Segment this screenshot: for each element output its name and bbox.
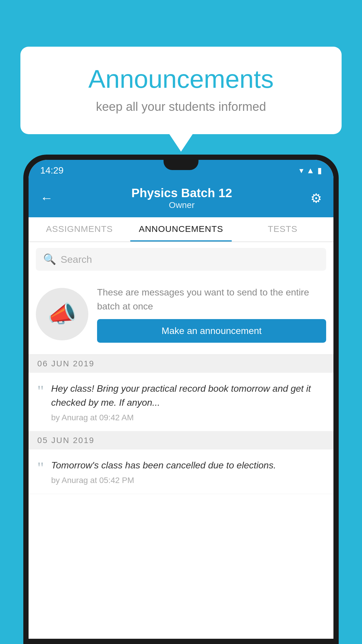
batch-title: Physics Batch 12 (53, 186, 310, 200)
signal-icon: ▲ (306, 166, 314, 175)
content-area: 🔍 Search 📣 These are messages you want t… (29, 242, 333, 639)
phone-notch (164, 160, 198, 170)
quote-icon-1: " (37, 383, 44, 399)
tab-announcements[interactable]: ANNOUNCEMENTS (130, 217, 232, 242)
speech-bubble-tail (169, 134, 193, 152)
speech-bubble-subtitle: keep all your students informed (44, 100, 318, 114)
phone-frame: 14:29 ▾ ▲ ▮ ← Physics Batch 12 Owner ⚙ A… (23, 155, 339, 644)
announcement-meta-1: by Anurag at 09:42 AM (51, 413, 325, 422)
announcement-item-1[interactable]: " Hey class! Bring your practical record… (29, 373, 333, 431)
promo-icon-circle: 📣 (36, 288, 88, 340)
promo-right: These are messages you want to send to t… (97, 285, 326, 343)
tabs-bar: ASSIGNMENTS ANNOUNCEMENTS TESTS (29, 217, 333, 242)
back-button[interactable]: ← (40, 191, 53, 205)
tab-assignments[interactable]: ASSIGNMENTS (29, 217, 130, 242)
announcement-text-1: Hey class! Bring your practical record b… (51, 382, 325, 410)
settings-icon[interactable]: ⚙ (310, 191, 322, 206)
announcement-content-2: Tomorrow's class has been cancelled due … (51, 458, 325, 485)
megaphone-icon: 📣 (48, 300, 77, 328)
promo-description: These are messages you want to send to t… (97, 285, 326, 313)
speech-bubble-title: Announcements (44, 64, 318, 94)
battery-icon: ▮ (317, 166, 322, 175)
batch-subtitle: Owner (53, 200, 310, 210)
search-placeholder: Search (61, 254, 92, 265)
tab-tests[interactable]: TESTS (232, 217, 333, 242)
status-icons: ▾ ▲ ▮ (299, 166, 322, 175)
phone-screen: 14:29 ▾ ▲ ▮ ← Physics Batch 12 Owner ⚙ A… (29, 160, 333, 639)
promo-section: 📣 These are messages you want to send to… (29, 276, 333, 355)
status-time: 14:29 (40, 165, 64, 176)
search-bar[interactable]: 🔍 Search (36, 248, 326, 271)
quote-icon-2: " (37, 460, 44, 476)
header-title-area: Physics Batch 12 Owner (53, 186, 310, 210)
announcement-meta-2: by Anurag at 05:42 PM (51, 476, 325, 485)
announcement-text-2: Tomorrow's class has been cancelled due … (51, 458, 325, 472)
announcement-content-1: Hey class! Bring your practical record b… (51, 382, 325, 422)
date-separator-1: 06 JUN 2019 (29, 355, 333, 373)
announcement-item-2[interactable]: " Tomorrow's class has been cancelled du… (29, 449, 333, 494)
app-header: ← Physics Batch 12 Owner ⚙ (29, 179, 333, 217)
wifi-icon: ▾ (299, 166, 303, 175)
make-announcement-button[interactable]: Make an announcement (97, 319, 326, 343)
date-separator-2: 05 JUN 2019 (29, 431, 333, 449)
speech-bubble: Announcements keep all your students inf… (20, 47, 342, 134)
search-icon: 🔍 (43, 253, 56, 265)
speech-bubble-section: Announcements keep all your students inf… (20, 47, 342, 152)
